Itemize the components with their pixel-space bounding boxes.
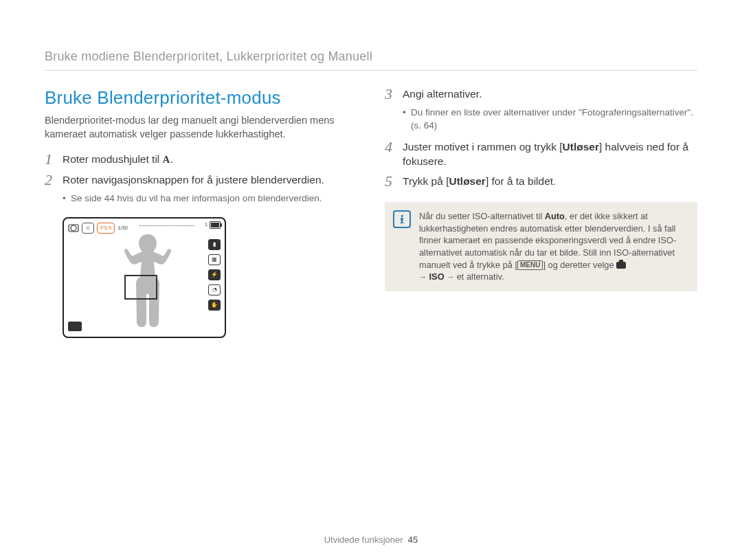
info-iso-word: ISO: [429, 271, 445, 282]
step-text: Angi alternativer.: [403, 86, 697, 102]
intro-text: Blenderprioritet-modus lar deg manuelt a…: [45, 114, 357, 141]
step-number: 5: [385, 173, 403, 190]
focus-frame: [124, 275, 157, 300]
storage-icon: [68, 322, 82, 331]
info-text: Når du setter ISO-alternativet til Auto,…: [419, 210, 688, 283]
info-auto-word: Auto: [545, 211, 565, 221]
step-number: 4: [385, 139, 403, 155]
step-2-sub-item: Se side 44 hvis du vil ha mer informasjo…: [63, 192, 357, 205]
step-text: Roter navigasjonsknappen for å justere b…: [63, 172, 357, 188]
shots-remaining: 1: [205, 221, 221, 229]
step-4: 4 Juster motivet i rammen og trykk [Utlø…: [385, 139, 697, 169]
exposure-scale: [139, 223, 194, 229]
stabilizer-icon: ✋: [208, 300, 221, 311]
shots-count: 1: [205, 221, 207, 229]
arrow-icon: →: [447, 273, 454, 281]
content-columns: Bruke Blenderprioritet-modus Blenderprio…: [45, 86, 697, 338]
grid-icon: ▦: [208, 254, 221, 265]
lcd-right-icons: ▮ ▦ ⚡ ◔ ✋: [208, 239, 221, 311]
camera-lcd-illustration: ☺ F3.5 1/30 1: [63, 217, 357, 338]
right-column: 3 Angi alternativer. Du finner en liste …: [385, 86, 697, 338]
step-text: Roter modushjulet til A.: [63, 151, 357, 167]
step-3: 3 Angi alternativer.: [385, 86, 697, 102]
svg-point-0: [71, 225, 76, 231]
aperture-value: F3.5: [97, 223, 115, 234]
page-number: 45: [408, 535, 418, 545]
step1-before: Roter modushjulet til: [63, 153, 163, 165]
page-footer: Utvidede funksjoner 45: [0, 534, 742, 546]
flash-icon: ⚡: [208, 269, 221, 280]
step-3-sub: Du finner en liste over alternativer und…: [385, 107, 697, 131]
step4-before: Juster motivet i rammen og trykk [: [403, 141, 563, 153]
step-number: 2: [45, 172, 63, 188]
step-1: 1 Roter modushjulet til A.: [45, 151, 357, 168]
battery-icon: [210, 221, 221, 229]
manual-page: Bruke modiene Blenderprioritet, Lukkerpr…: [0, 0, 742, 560]
info-before-auto: Når du setter ISO-alternativet til: [419, 211, 545, 221]
step-5: 5 Trykk på [Utløser] for å ta bildet.: [385, 173, 697, 190]
footer-section: Utvidede funksjoner: [324, 535, 403, 545]
shutter-value: 1/30: [117, 225, 127, 232]
breadcrumb: Bruke modiene Blenderprioritet, Lukkerpr…: [45, 48, 697, 65]
step5-after: ] for å ta bildet.: [486, 175, 556, 187]
info-callout: Når du setter ISO-alternativet til Auto,…: [385, 202, 697, 291]
hist-icon: ▮: [208, 239, 221, 250]
step-2: 2 Roter navigasjonsknappen for å justere…: [45, 172, 357, 188]
info-after-menu: ] og deretter velge: [543, 260, 616, 270]
menu-button-icon: MENU: [517, 260, 543, 270]
step-2-sub: Se side 44 hvis du vil ha mer informasjo…: [45, 192, 357, 205]
mode-a-icon: A: [163, 153, 170, 166]
step-text: Juster motivet i rammen og trykk [Utløse…: [403, 139, 697, 169]
step-number: 1: [45, 151, 63, 168]
face-detect-icon: ☺: [82, 223, 94, 234]
step1-after: .: [170, 153, 172, 165]
info-tail: et alternativ.: [454, 271, 504, 282]
shutter-button-label: Utløser: [563, 141, 599, 153]
arrow-icon: →: [419, 273, 427, 281]
left-column: Bruke Blenderprioritet-modus Blenderprio…: [45, 86, 357, 338]
shutter-button-label: Utløser: [449, 175, 485, 187]
step-3-sub-item: Du finner en liste over alternativer und…: [403, 107, 697, 131]
camera-mode-icon: [68, 223, 79, 232]
header-rule: [45, 70, 697, 71]
info-icon: [393, 210, 411, 228]
step-text: Trykk på [Utløser] for å ta bildet.: [403, 173, 697, 189]
step-number: 3: [385, 86, 403, 102]
section-heading: Bruke Blenderprioritet-modus: [45, 86, 357, 110]
camera-icon: [616, 262, 626, 269]
timer-icon: ◔: [208, 284, 221, 295]
camera-lcd: ☺ F3.5 1/30 1: [63, 217, 226, 338]
step5-before: Trykk på [: [403, 175, 449, 187]
